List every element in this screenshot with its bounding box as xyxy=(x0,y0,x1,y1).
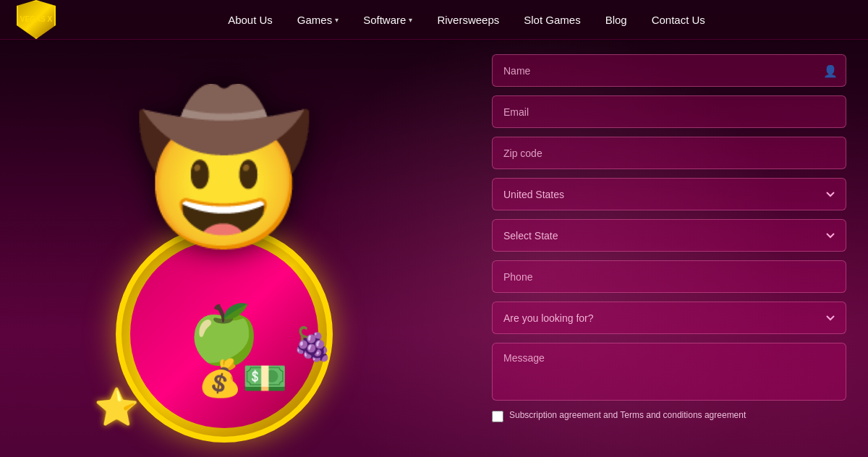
nav-menu: About Us Games ▾ Software ▾ Riversweeps … xyxy=(219,8,714,32)
zip-input[interactable] xyxy=(492,137,846,169)
subscription-label: Subscription agreement and Terms and con… xyxy=(509,409,746,422)
nav-link-riversweeps[interactable]: Riversweeps xyxy=(428,8,508,32)
money-bags: 💰💵 xyxy=(197,357,287,399)
nav-item-slot-games[interactable]: Slot Games xyxy=(515,8,589,32)
user-icon: 👤 xyxy=(823,64,838,77)
logo-container[interactable]: VEGAS X xyxy=(14,0,58,40)
subscription-checkbox-row: Subscription agreement and Terms and con… xyxy=(492,409,846,422)
country-select[interactable]: United States Canada United Kingdom Aust… xyxy=(492,178,846,210)
nav-link-contact-us[interactable]: Contact Us xyxy=(643,8,714,32)
nav-item-riversweeps[interactable]: Riversweeps xyxy=(428,8,508,32)
nav-item-games[interactable]: Games ▾ xyxy=(289,8,347,32)
looking-for-select[interactable]: Are you looking for? Online Casino Slot … xyxy=(492,302,846,334)
name-input[interactable] xyxy=(492,54,846,87)
nav-item-software[interactable]: Software ▾ xyxy=(354,8,421,32)
state-select[interactable]: Select State Alabama Alaska Arizona Cali… xyxy=(492,219,846,252)
nav-link-slot-games[interactable]: Slot Games xyxy=(515,8,589,32)
nav-link-games[interactable]: Games ▾ xyxy=(289,8,347,32)
navbar: VEGAS X About Us Games ▾ Software ▾ Rive… xyxy=(0,0,868,40)
chevron-down-icon: ▾ xyxy=(335,16,339,24)
name-field-wrapper: 👤 xyxy=(492,54,846,87)
phone-input[interactable] xyxy=(492,260,846,293)
character-figure: 🤠 xyxy=(152,95,297,370)
nav-link-software[interactable]: Software ▾ xyxy=(354,8,421,32)
star-left: ⭐ xyxy=(94,386,139,428)
email-input[interactable] xyxy=(492,95,846,128)
nav-link-blog[interactable]: Blog xyxy=(597,8,636,32)
chevron-down-icon: ▾ xyxy=(409,16,412,24)
logo-shield: VEGAS X xyxy=(17,0,56,39)
logo-badge: VEGAS X xyxy=(14,0,58,40)
subscription-checkbox[interactable] xyxy=(492,411,503,422)
character-illustration: 🍏 ⭐ 💰💵 🍇 🤠 xyxy=(72,52,376,457)
message-textarea[interactable] xyxy=(492,343,846,401)
contact-form-area: 👤 United States Canada United Kingdom Au… xyxy=(477,40,868,457)
main-content: 🍏 ⭐ 💰💵 🍇 🤠 xyxy=(0,40,868,457)
nav-item-contact-us[interactable]: Contact Us xyxy=(643,8,714,32)
nav-link-about-us[interactable]: About Us xyxy=(219,8,281,32)
fruit-grapes: 🍇 xyxy=(292,325,333,363)
nav-item-about-us[interactable]: About Us xyxy=(219,8,281,32)
logo-text: VEGAS X xyxy=(20,15,52,24)
illustration-area: 🍏 ⭐ 💰💵 🍇 🤠 xyxy=(0,40,477,457)
nav-item-blog[interactable]: Blog xyxy=(597,8,636,32)
